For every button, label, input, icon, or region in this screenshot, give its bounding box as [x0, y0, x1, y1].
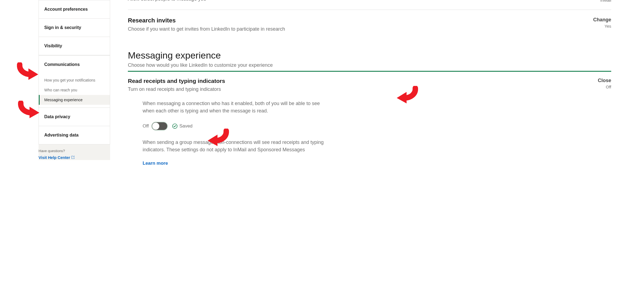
read-receipts-value: Off	[598, 85, 611, 89]
saved-text: Saved	[179, 123, 192, 129]
subitem-messaging-experience[interactable]: Messaging experience	[39, 95, 110, 105]
learn-more-link[interactable]: Learn more	[143, 161, 325, 166]
subitem-notifications[interactable]: How you get your notifications	[39, 75, 110, 85]
settings-sidebar: Account preferences Sign in & security V…	[39, 0, 110, 144]
setting-row-research-invites[interactable]: Research invites Choose if you want to g…	[128, 17, 611, 39]
saved-indicator: Saved	[172, 123, 192, 129]
help-block: Have questions? Visit Help Center	[39, 144, 110, 160]
section-messaging-experience: Messaging experience Choose how would yo…	[128, 39, 611, 72]
help-question: Have questions?	[39, 149, 109, 153]
sidebar-item-signin-security[interactable]: Sign in & security	[39, 19, 110, 37]
toggle-knob	[152, 123, 159, 130]
toggle-state-label: Off	[143, 123, 149, 129]
external-link-icon	[71, 155, 75, 160]
read-receipts-title: Read receipts and typing indicators	[128, 78, 325, 84]
setting-row-read-receipts: Read receipts and typing indicators Turn…	[128, 78, 611, 166]
research-title: Research invites	[128, 17, 285, 24]
messages-subtitle: Allow select people to message you	[128, 0, 206, 2]
sidebar-item-data-privacy[interactable]: Data privacy	[39, 108, 110, 126]
sidebar-item-visibility[interactable]: Visibility	[39, 37, 110, 55]
communications-submenu: How you get your notifications Who can r…	[39, 74, 110, 108]
research-change-link[interactable]: Change	[593, 17, 611, 23]
sidebar-item-account-preferences[interactable]: Account preferences	[39, 0, 110, 19]
section-subtitle: Choose how would you like LinkedIn to cu…	[128, 62, 611, 68]
help-center-link-text: Visit Help Center	[39, 155, 70, 160]
setting-row-messages[interactable]: Messages Allow select people to message …	[128, 0, 611, 10]
read-receipts-description-2: When sending a group message, non-connec…	[143, 139, 325, 153]
subitem-who-can-reach[interactable]: Who can reach you	[39, 85, 110, 95]
messages-value: InMail	[600, 0, 611, 2]
research-value: Yes	[593, 24, 611, 28]
checkmark-circle-icon	[172, 123, 178, 129]
read-receipts-close-link[interactable]: Close	[598, 78, 611, 83]
section-title: Messaging experience	[128, 50, 611, 61]
research-subtitle: Choose if you want to get invites from L…	[128, 26, 285, 32]
read-receipts-toggle[interactable]	[151, 122, 168, 131]
main-content: Messages Allow select people to message …	[110, 0, 644, 166]
read-receipts-subtitle: Turn on read receipts and typing indicat…	[128, 86, 325, 92]
sidebar-item-advertising-data[interactable]: Advertising data	[39, 126, 110, 144]
sidebar-item-communications[interactable]: Communications	[39, 55, 110, 74]
read-receipts-description-1: When messaging a connection who has it e…	[143, 100, 325, 115]
help-center-link[interactable]: Visit Help Center	[39, 155, 75, 160]
